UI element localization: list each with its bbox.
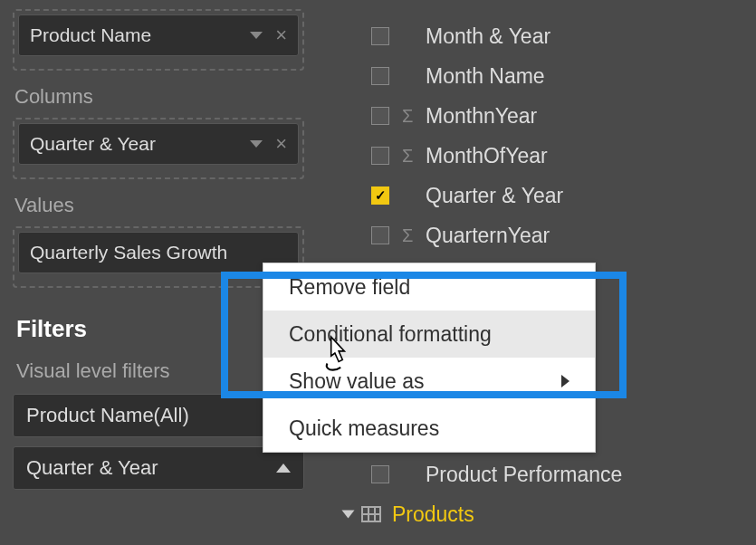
checkbox-icon[interactable] — [371, 67, 389, 85]
table-row-products[interactable]: Products — [317, 494, 756, 534]
filter-card-product-name[interactable]: Product Name(All) — [13, 394, 304, 437]
values-field-text: Quarterly Sales Growth — [30, 242, 287, 263]
field-row-quarternyear[interactable]: Σ QuarternYear — [317, 215, 756, 255]
chevron-down-icon[interactable] — [250, 32, 263, 39]
field-row-month-and-year[interactable]: Σ Month & Year — [317, 16, 756, 56]
sigma-icon: Σ — [402, 225, 426, 246]
close-icon[interactable]: × — [275, 24, 287, 47]
rows-well: Product Name × — [13, 9, 304, 71]
table-name: Products — [392, 502, 474, 527]
sigma-icon: Σ — [402, 66, 426, 87]
filter-card-quarter-year[interactable]: Quarter & Year — [13, 446, 304, 490]
field-label: MonthnYear — [426, 104, 756, 129]
field-row-monthnyear[interactable]: Σ MonthnYear — [317, 96, 756, 136]
context-menu: Remove field Conditional formatting Show… — [263, 263, 596, 453]
visual-level-filters-label: Visual level filters — [16, 359, 304, 383]
field-label: Month & Year — [426, 24, 756, 49]
columns-field-text: Quarter & Year — [30, 133, 250, 155]
field-row-monthofyear[interactable]: Σ MonthOfYear — [317, 136, 756, 176]
filter-card-text: Product Name(All) — [26, 404, 291, 427]
checkbox-icon[interactable]: ✓ — [371, 186, 389, 205]
menu-item-label: Remove field — [289, 275, 410, 300]
menu-item-remove-field[interactable]: Remove field — [263, 263, 595, 311]
values-well: Quarterly Sales Growth — [13, 226, 304, 288]
field-row-product-performance[interactable]: Σ Product Performance — [317, 454, 756, 494]
rows-field-text: Product Name — [30, 24, 250, 46]
chevron-up-icon[interactable] — [276, 464, 291, 473]
checkbox-icon[interactable] — [371, 27, 389, 45]
sigma-icon: Σ — [402, 464, 426, 485]
close-icon[interactable]: × — [275, 132, 287, 156]
checkbox-icon[interactable] — [371, 465, 389, 483]
rows-field-pill[interactable]: Product Name × — [18, 14, 299, 56]
field-label: Quarter & Year — [426, 184, 756, 208]
columns-label: Columns — [14, 85, 304, 109]
values-field-pill[interactable]: Quarterly Sales Growth — [18, 232, 299, 273]
checkbox-icon[interactable] — [371, 107, 389, 125]
columns-well: Quarter & Year × — [13, 118, 304, 179]
menu-item-label: Show value as — [289, 369, 425, 394]
values-label: Values — [14, 194, 304, 217]
checkbox-icon[interactable] — [371, 147, 389, 165]
chevron-down-icon[interactable] — [342, 511, 355, 519]
menu-item-conditional-formatting[interactable]: Conditional formatting — [263, 311, 595, 358]
menu-item-label: Quick measures — [289, 416, 439, 441]
sigma-icon: Σ — [402, 106, 426, 127]
sigma-icon: Σ — [402, 26, 426, 47]
submenu-arrow-icon — [561, 375, 569, 387]
menu-item-label: Conditional formatting — [289, 322, 492, 347]
sigma-icon: Σ — [402, 146, 426, 167]
field-label: Month Name — [426, 64, 756, 89]
menu-item-quick-measures[interactable]: Quick measures — [263, 405, 595, 452]
filters-heading: Filters — [16, 315, 304, 343]
checkbox-icon[interactable] — [371, 226, 389, 244]
field-label: MonthOfYear — [426, 144, 756, 168]
field-row-quarter-and-year[interactable]: ✓ Σ Quarter & Year — [317, 176, 756, 215]
menu-item-show-value-as[interactable]: Show value as — [263, 358, 595, 405]
table-icon — [361, 506, 381, 522]
field-label: Product Performance — [426, 463, 756, 487]
field-label: QuarternYear — [426, 224, 756, 248]
chevron-down-icon[interactable] — [250, 140, 263, 148]
field-row-month-name[interactable]: Σ Month Name — [317, 56, 756, 96]
columns-field-pill[interactable]: Quarter & Year × — [18, 123, 299, 165]
sigma-icon: Σ — [402, 186, 426, 206]
filter-card-text: Quarter & Year — [26, 456, 276, 480]
